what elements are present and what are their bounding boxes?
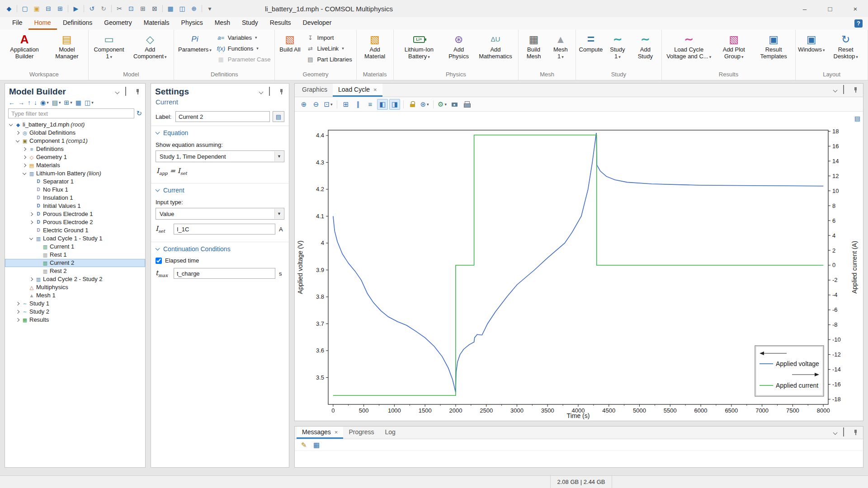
float-panel-icon[interactable] [843, 85, 844, 94]
go-to-default-view-icon[interactable]: ⊞ [340, 99, 351, 110]
customize-toolbar-icon[interactable]: ▾ [204, 3, 215, 14]
tree-item-li-battery-1d-mph[interactable]: ◆li_battery_1d.mph(root) [5, 121, 145, 129]
tree-item-no-flux-1[interactable]: DNo Flux 1 [5, 186, 145, 194]
float-panel-icon[interactable] [269, 87, 270, 96]
add-physics-button[interactable]: ⊛Add Physics [443, 31, 474, 61]
tab-log[interactable]: Log [379, 427, 401, 439]
menu-item-file[interactable]: File [6, 17, 28, 30]
tree-expander-icon[interactable] [14, 300, 21, 307]
tree-item-porous-electrode-1[interactable]: DPorous Electrode 1 [5, 210, 145, 218]
add-mathematics-button[interactable]: ΔUAdd Mathematics [475, 31, 516, 61]
menu-item-developer[interactable]: Developer [297, 17, 338, 30]
tab-graphics[interactable]: Graphics [297, 84, 333, 97]
add-study-button[interactable]: ∼Add Study [632, 31, 659, 61]
menu-item-physics[interactable]: Physics [175, 17, 209, 30]
study-1-button[interactable]: ∼Study 1▾ [605, 31, 630, 62]
tree-expander-icon[interactable] [28, 211, 34, 217]
tree-expander-icon[interactable] [21, 146, 28, 152]
maximize-button[interactable]: □ [817, 0, 843, 17]
plot-canvas[interactable]: 0500100015002000250030003500400045005000… [295, 112, 863, 421]
tree-item-rest-2[interactable]: ▥Rest 2 [5, 267, 145, 275]
tree-item-porous-electrode-2[interactable]: DPorous Electrode 2 [5, 218, 145, 226]
pan-mode-icon[interactable]: ◨ [389, 99, 400, 110]
tree-item-rest-1[interactable]: ▥Rest 1 [5, 251, 145, 259]
plot-settings-icon[interactable]: ⚙▾ [437, 99, 448, 110]
close-button[interactable]: × [843, 0, 868, 17]
windows-button[interactable]: ▣Windows▾ [798, 31, 825, 55]
component-1-button[interactable]: ▭Component 1▾ [91, 31, 127, 62]
iset-input[interactable] [174, 224, 275, 235]
tile-windows-icon[interactable]: ◫ [177, 3, 188, 14]
tree-item-materials[interactable]: ▤Materials [5, 161, 145, 169]
lithium-ion-battery-button[interactable]: Li+Lithium-Ion Battery▾ [396, 31, 443, 62]
compact-view-icon[interactable]: ▦ [75, 99, 81, 106]
continuation-section-header[interactable]: Continuation Conditions [151, 242, 289, 254]
plot-tools-icon[interactable]: ▤ [854, 115, 860, 122]
panel-menu-icon[interactable] [258, 89, 265, 95]
tree-expander-icon[interactable] [21, 170, 28, 177]
filter-input[interactable] [8, 108, 134, 118]
cut-icon[interactable]: ✂ [114, 3, 125, 14]
table-icon[interactable]: ▦ [311, 440, 322, 450]
build-mesh-button[interactable]: ▦Build Mesh [521, 31, 547, 61]
save-compact-icon[interactable]: ⊞ [55, 3, 66, 14]
build-all-button[interactable]: ▧Build All [277, 31, 302, 54]
tree-expander-icon[interactable] [28, 219, 34, 225]
menu-item-results[interactable]: Results [264, 17, 297, 30]
tab-progress[interactable]: Progress [343, 427, 379, 439]
panel-menu-icon[interactable] [114, 89, 121, 95]
tree-expander-icon[interactable] [14, 138, 21, 144]
tree-item-definitions[interactable]: ≡Definitions [5, 145, 145, 153]
zoom-extents-icon[interactable]: ⊡▾ [323, 99, 334, 110]
refresh-icon[interactable]: ↻ [136, 109, 142, 117]
equation-section-header[interactable]: Equation [151, 126, 289, 138]
comsol-logo-icon[interactable]: ◆ [4, 3, 14, 14]
move-down-icon[interactable]: ↓ [34, 99, 37, 106]
help-icon[interactable]: ? [854, 19, 863, 28]
tree-item-electric-ground-1[interactable]: DElectric Ground 1 [5, 226, 145, 235]
tree-item-current-2[interactable]: ▥Current 2 [5, 259, 145, 267]
tree-item-results[interactable]: ▦Results [5, 316, 145, 324]
model-manager-button[interactable]: ▤Model Manager [48, 31, 86, 61]
move-up-icon[interactable]: ↑ [28, 99, 31, 106]
tree-expander-icon[interactable] [21, 162, 28, 169]
close-tab-icon[interactable]: × [335, 429, 338, 436]
go-forward-icon[interactable]: → [18, 99, 24, 106]
tree-item-insulation-1[interactable]: DInsulation 1 [5, 194, 145, 202]
result-templates-button[interactable]: ▣Result Templates [754, 31, 793, 61]
image-snapshot-icon[interactable] [449, 99, 460, 110]
tree-expander-icon[interactable] [14, 309, 21, 315]
tree-item-initial-values-1[interactable]: DInitial Values 1 [5, 202, 145, 210]
menu-item-definitions[interactable]: Definitions [57, 17, 98, 30]
table-window-icon[interactable]: ▦ [165, 3, 176, 14]
new-file-icon[interactable]: ▢ [19, 3, 30, 14]
add-plot-group-button[interactable]: ▧Add Plot Group▾ [715, 31, 753, 62]
input-type-dropdown[interactable]: Value ▼ [156, 208, 284, 220]
undo-icon[interactable]: ↺ [86, 3, 97, 14]
tree-item-geometry-1[interactable]: ◇Geometry 1 [5, 153, 145, 161]
tree-item-load-cycle-1-study-1[interactable]: ▥Load Cycle 1 - Study 1 [5, 235, 145, 243]
tree-expander-icon[interactable] [28, 235, 34, 242]
menu-item-geometry[interactable]: Geometry [98, 17, 137, 30]
select-mode-icon[interactable]: ◧ [377, 99, 388, 110]
lock-axes-icon[interactable] [407, 99, 418, 110]
zoom-in-icon[interactable]: ⊕ [298, 99, 309, 110]
import-button[interactable]: ↧Import [304, 33, 354, 42]
tree-expander-icon[interactable] [28, 276, 34, 282]
menu-item-materials[interactable]: Materials [138, 17, 175, 30]
tree-item-current-1[interactable]: ▥Current 1 [5, 243, 145, 251]
label-edit-button[interactable]: ▤ [273, 111, 284, 122]
node-labels-icon[interactable]: ◫▾ [85, 99, 94, 106]
group-nodes-icon[interactable]: ⊞▾ [64, 99, 72, 106]
tree-item-mesh-1[interactable]: ▲Mesh 1 [5, 291, 145, 300]
pin-panel-icon[interactable] [852, 429, 859, 436]
current-section-header[interactable]: Current [151, 183, 289, 195]
tree-item-global-definitions[interactable]: ◎Global Definitions [5, 129, 145, 137]
run-icon[interactable]: ▶ [71, 3, 81, 14]
tree-expander-icon[interactable] [21, 154, 28, 160]
print-icon[interactable] [461, 99, 472, 110]
delete-icon[interactable]: ⊠ [149, 3, 160, 14]
tree-item-separator-1[interactable]: DSeparator 1 [5, 178, 145, 186]
float-panel-icon[interactable] [125, 87, 126, 96]
model-tree-settings-icon[interactable]: ▤▾ [52, 99, 61, 106]
